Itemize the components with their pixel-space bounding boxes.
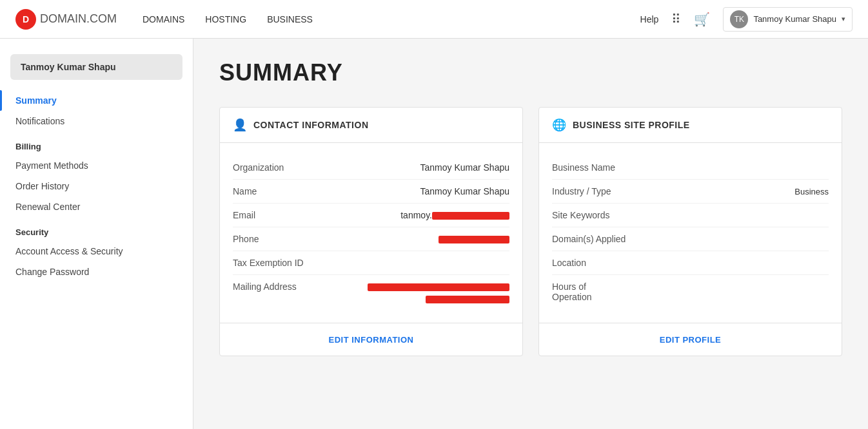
avatar: TK	[730, 10, 748, 28]
nav-domains[interactable]: DOMAINS	[143, 14, 184, 24]
nav-links: DOMAINS HOSTING BUSINESS	[143, 14, 640, 24]
contact-card-header: 👤 CONTACT INFORMATION	[220, 108, 522, 143]
name-row: Name Tanmoy Kumar Shapu	[233, 180, 509, 204]
biz-hours-label: Hours ofOperation	[552, 281, 829, 302]
sidebar-section-billing: Billing	[0, 131, 193, 155]
business-card-footer: EDIT PROFILE	[539, 323, 842, 356]
globe-icon: 🌐	[552, 118, 566, 132]
business-card: 🌐 BUSINESS SITE PROFILE Business Name In…	[538, 107, 842, 356]
nav-user-name: Tanmoy Kumar Shapu	[753, 14, 836, 24]
phone-redact-bar	[439, 236, 509, 243]
chevron-down-icon: ▾	[842, 15, 845, 23]
logo[interactable]: D DOMAIN.COM	[15, 9, 117, 30]
contact-card: 👤 CONTACT INFORMATION Organization Tanmo…	[219, 107, 523, 356]
name-value: Tanmoy Kumar Shapu	[349, 186, 509, 196]
address-label: Mailing Address	[233, 281, 349, 292]
logo-text: DOMAIN.COM	[40, 12, 117, 26]
organization-row: Organization Tanmoy Kumar Shapu	[233, 156, 509, 180]
biz-name-label: Business Name	[552, 162, 829, 173]
nav-business[interactable]: BUSINESS	[267, 14, 313, 24]
sidebar-item-renewal-center[interactable]: Renewal Center	[0, 196, 193, 217]
biz-hours-row: Hours ofOperation	[552, 275, 829, 309]
business-card-title: BUSINESS SITE PROFILE	[573, 120, 690, 130]
tax-row: Tax Exemption ID	[233, 251, 509, 275]
address-value-1	[349, 281, 509, 292]
email-redact-bar	[432, 212, 509, 220]
biz-domains-row: Domain(s) Applied	[552, 227, 829, 251]
email-label: Email	[233, 210, 349, 220]
tax-label: Tax Exemption ID	[233, 258, 349, 268]
sidebar-item-notifications[interactable]: Notifications	[0, 111, 193, 131]
business-card-header: 🌐 BUSINESS SITE PROFILE	[539, 108, 842, 143]
address-redact-bar-2	[426, 296, 509, 303]
address-row: Mailing Address	[233, 275, 509, 310]
address-redact-bar-1	[368, 283, 509, 291]
cards-row: 👤 CONTACT INFORMATION Organization Tanmo…	[219, 107, 842, 356]
name-label: Name	[233, 186, 349, 196]
sidebar-item-payment-methods[interactable]: Payment Methods	[0, 155, 193, 176]
phone-value	[349, 234, 509, 244]
email-value: tanmoy.	[349, 210, 509, 220]
email-row: Email tanmoy.	[233, 204, 509, 227]
biz-industry-value: Business	[794, 187, 829, 196]
sidebar-section-security: Security	[0, 217, 193, 241]
nav-hosting[interactable]: HOSTING	[205, 14, 246, 24]
contact-card-title: CONTACT INFORMATION	[253, 120, 369, 130]
biz-industry-row: Industry / Type Business	[552, 180, 829, 204]
layout: Tanmoy Kumar Shapu Summary Notifications…	[0, 39, 868, 429]
nav-user-menu[interactable]: TK Tanmoy Kumar Shapu ▾	[723, 7, 853, 32]
person-icon: 👤	[233, 118, 247, 132]
edit-information-button[interactable]: EDIT INFORMATION	[329, 335, 414, 345]
biz-keywords-row: Site Keywords	[552, 204, 829, 227]
biz-location-row: Location	[552, 251, 829, 275]
logo-icon: D	[15, 9, 36, 30]
biz-location-label: Location	[552, 258, 829, 268]
sidebar-item-summary[interactable]: Summary	[0, 90, 193, 111]
biz-domains-label: Domain(s) Applied	[552, 234, 829, 244]
organization-label: Organization	[233, 162, 349, 173]
main-content: SUMMARY 👤 CONTACT INFORMATION Organizati…	[193, 39, 868, 429]
sidebar: Tanmoy Kumar Shapu Summary Notifications…	[0, 39, 193, 429]
biz-keywords-label: Site Keywords	[552, 210, 829, 220]
sidebar-item-order-history[interactable]: Order History	[0, 176, 193, 196]
nav-help[interactable]: Help	[640, 14, 659, 24]
biz-name-row: Business Name	[552, 156, 829, 180]
sidebar-item-change-password[interactable]: Change Password	[0, 262, 193, 282]
phone-row: Phone	[233, 227, 509, 251]
page-title: SUMMARY	[219, 59, 842, 86]
business-card-body: Business Name Industry / Type Business S…	[539, 143, 842, 323]
topnav: D DOMAIN.COM DOMAINS HOSTING BUSINESS He…	[0, 0, 868, 39]
biz-industry-label: Industry / Type	[552, 186, 794, 196]
cart-icon[interactable]: 🛒	[694, 12, 710, 27]
contact-card-footer: EDIT INFORMATION	[220, 323, 522, 356]
nav-right: Help ⠿ 🛒 TK Tanmoy Kumar Shapu ▾	[640, 7, 853, 32]
organization-value: Tanmoy Kumar Shapu	[349, 162, 509, 173]
edit-profile-button[interactable]: EDIT PROFILE	[660, 335, 722, 345]
sidebar-user: Tanmoy Kumar Shapu	[10, 54, 182, 80]
sidebar-item-account-access[interactable]: Account Access & Security	[0, 241, 193, 262]
contact-card-body: Organization Tanmoy Kumar Shapu Name Tan…	[220, 143, 522, 323]
grid-icon[interactable]: ⠿	[671, 12, 681, 27]
phone-label: Phone	[233, 234, 349, 244]
